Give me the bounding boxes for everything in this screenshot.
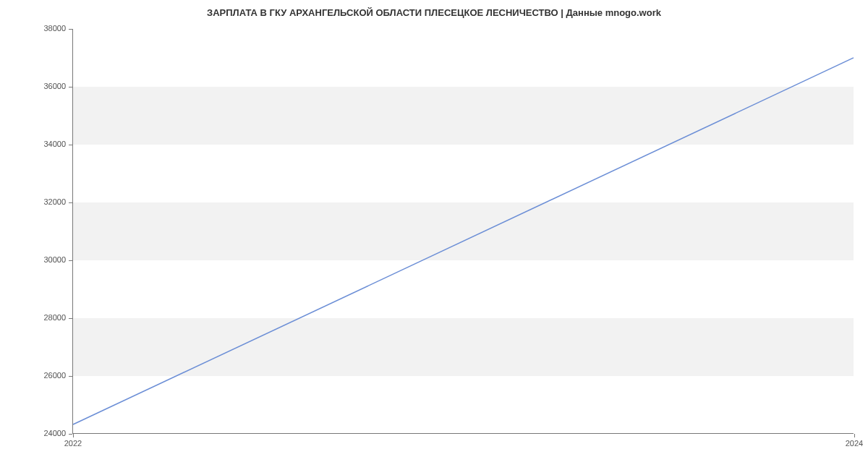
y-tick-label: 28000 (43, 313, 66, 322)
x-tick-mark (73, 434, 74, 437)
y-tick-label: 24000 (43, 429, 66, 437)
y-tick-mark (69, 434, 72, 435)
chart-title: ЗАРПЛАТА В ГКУ АРХАНГЕЛЬСКОЙ ОБЛАСТИ ПЛЕ… (0, 7, 868, 18)
y-tick-label: 26000 (43, 371, 66, 380)
y-tick-mark (69, 376, 72, 377)
y-tick-label: 30000 (43, 255, 66, 264)
y-tick-mark (69, 145, 72, 145)
y-tick-label: 36000 (43, 82, 66, 90)
x-tick-label: 2024 (840, 439, 868, 448)
y-tick-mark (69, 318, 72, 319)
x-tick-mark (854, 434, 855, 437)
y-tick-label: 32000 (43, 197, 66, 206)
data-line (73, 29, 854, 433)
y-tick-mark (69, 260, 72, 261)
y-tick-label: 38000 (43, 24, 66, 33)
y-tick-mark (69, 202, 72, 203)
x-tick: 2024 (854, 433, 855, 434)
x-tick: 2022 (73, 433, 74, 434)
y-tick-mark (69, 29, 72, 30)
plot-area: 2400026000280003000032000340003600038000… (72, 29, 854, 434)
y-tick-label: 34000 (43, 140, 66, 148)
x-tick-label: 2022 (59, 439, 88, 448)
y-tick-mark (69, 87, 72, 87)
